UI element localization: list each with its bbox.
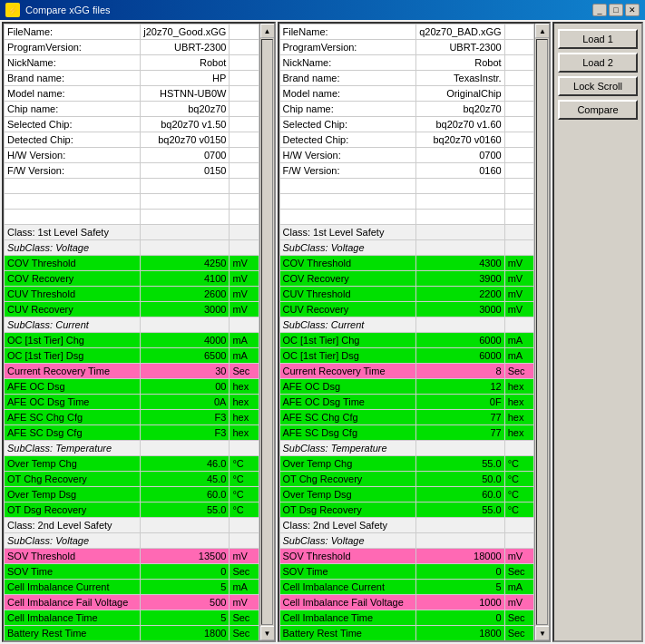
table-row: Over Temp Dsg60.0°C (5, 487, 259, 503)
row-value: 0700 (416, 148, 505, 163)
table-row: SubClass: Voltage (279, 240, 534, 256)
table-row: AFE SC Dsg CfgF3hex (5, 425, 259, 441)
row-value: 5 (141, 610, 230, 626)
row-unit: Sec (504, 364, 533, 379)
row-value (141, 317, 230, 333)
table-row: OC [1st Tier] Dsg6500mA (5, 348, 259, 364)
row-value: 0160 (416, 163, 505, 179)
load1-button[interactable]: Load 1 (558, 29, 638, 49)
row-unit (230, 179, 259, 194)
row-unit: °C (504, 487, 533, 503)
table-row: CUV Threshold2200mV (279, 287, 534, 302)
row-label: COV Threshold (279, 256, 416, 271)
row-value (141, 210, 230, 225)
row-unit: hex (504, 379, 533, 395)
row-value (416, 240, 505, 256)
row-label: SubClass: Current (5, 317, 141, 333)
right-data-table: FileName:q20z70_BAD.xGGProgramVersion:UB… (279, 24, 535, 640)
row-value: 0A (141, 395, 230, 410)
row-value: HP (141, 71, 230, 86)
row-value: Robot (141, 55, 230, 71)
table-row: Class: 2nd Level Safety (279, 518, 534, 533)
table-row: Class: 1st Level Safety (279, 225, 534, 240)
table-row: SubClass: Temperature (279, 441, 534, 456)
table-row: COV Threshold4250mV (5, 256, 259, 271)
row-label: Cell Imbalance Current (5, 580, 141, 595)
close-button[interactable]: ✕ (625, 4, 640, 16)
row-value: 6000 (416, 348, 505, 364)
row-value: 50.0 (416, 472, 505, 487)
row-unit (230, 194, 259, 210)
table-row: F/W Version:0160 (279, 163, 534, 179)
row-label: OT Dsg Recovery (279, 503, 416, 518)
table-row: FileName:j20z70_Good.xGG (5, 24, 259, 40)
row-label (5, 179, 141, 194)
table-row: Class: 1st Level Safety (5, 225, 259, 240)
row-value: 00 (141, 379, 230, 395)
row-label: Current Recovery Time (5, 364, 141, 379)
row-value: 0150 (141, 163, 230, 179)
row-value (416, 441, 505, 456)
table-row: Cell Imbalance Time5Sec (5, 610, 259, 626)
right-scroll-up[interactable]: ▲ (535, 24, 549, 38)
row-value: 77 (416, 410, 505, 425)
row-label: Chip name: (279, 102, 416, 117)
row-label (279, 194, 416, 210)
row-value (416, 179, 505, 194)
row-label: Battery Rest Time (279, 626, 416, 641)
table-row: ProgramVersion:UBRT-2300 (5, 40, 259, 55)
row-unit: Sec (230, 364, 259, 379)
row-unit: Sec (230, 626, 259, 641)
load2-button[interactable]: Load 2 (558, 53, 638, 73)
row-label: Detected Chip: (279, 132, 416, 148)
table-row: AFE OC Dsg00hex (5, 379, 259, 395)
row-label: F/W Version: (5, 163, 141, 179)
compare-button[interactable]: Compare (558, 100, 638, 120)
table-row: Model name:HSTNN-UB0W (5, 86, 259, 102)
row-value: UBRT-2300 (141, 40, 230, 55)
app-icon: ⚡ (5, 3, 20, 17)
row-label: Class: 1st Level Safety (279, 225, 416, 240)
row-value (141, 533, 230, 549)
table-row: Detected Chip:bq20z70 v0150 (5, 132, 259, 148)
left-scroll-down[interactable]: ▼ (260, 626, 274, 640)
table-row: SOV Threshold18000mV (279, 549, 534, 564)
row-unit (504, 225, 533, 240)
row-label: H/W Version: (279, 148, 416, 163)
table-row: OT Dsg Recovery55.0°C (5, 503, 259, 518)
row-value: 1800 (416, 626, 505, 641)
row-unit: °C (230, 503, 259, 518)
row-unit: mA (504, 348, 533, 364)
table-row: H/W Version:0700 (5, 148, 259, 163)
row-value: 5 (141, 580, 230, 595)
row-value: 0700 (141, 148, 230, 163)
table-row: Cell Imbalance Fail Voltage500mV (5, 595, 259, 610)
row-label: ProgramVersion: (5, 40, 141, 55)
row-label: Cell Imbalance Current (279, 580, 416, 595)
row-unit: mV (230, 287, 259, 302)
maximize-button[interactable]: □ (609, 4, 623, 16)
row-value: 0 (416, 610, 505, 626)
row-label: AFE OC Dsg Time (5, 395, 141, 410)
left-data-table: FileName:j20z70_Good.xGGProgramVersion:U… (4, 24, 259, 640)
table-row (279, 179, 534, 194)
row-unit: Sec (504, 564, 533, 580)
row-unit: Sec (230, 610, 259, 626)
row-unit (230, 71, 259, 86)
table-row: OT Chg Recovery45.0°C (5, 472, 259, 487)
table-row: Cell Imbalance Fail Voltage1000mV (279, 595, 534, 610)
row-label: SubClass: Voltage (279, 240, 416, 256)
row-value: 3900 (416, 271, 505, 287)
row-unit (230, 518, 259, 533)
row-value: 0 (416, 564, 505, 580)
row-value: 2600 (141, 287, 230, 302)
table-row: Battery Rest Time1800Sec (5, 626, 259, 641)
row-unit (230, 240, 259, 256)
left-scroll-up[interactable]: ▲ (260, 24, 274, 38)
row-unit: °C (504, 456, 533, 472)
table-row: SubClass: Temperature (5, 441, 259, 456)
minimize-button[interactable]: _ (592, 4, 607, 16)
lock-scroll-button[interactable]: Lock Scroll (558, 76, 638, 96)
right-scroll-down[interactable]: ▼ (535, 626, 549, 640)
row-label: Selected Chip: (5, 117, 141, 132)
